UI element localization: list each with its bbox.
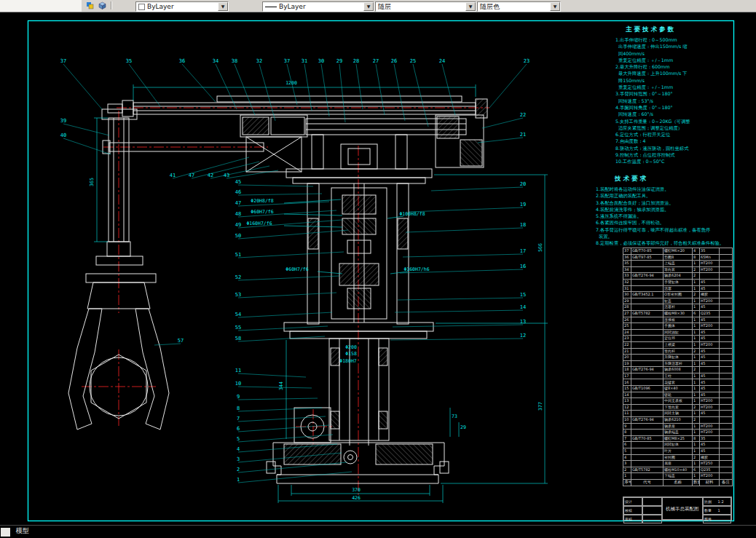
bom-cell: 1: [623, 473, 631, 480]
bom-cell: HT200: [700, 261, 720, 267]
bom-row: 25手腕体1HT200: [623, 323, 733, 330]
callout-leader: [394, 64, 405, 121]
meta-value: 1: [717, 507, 731, 514]
bom-cell: 密封圈: [664, 454, 693, 461]
layer-combo[interactable]: ByLayer ▼: [135, 1, 229, 12]
tech-param-line: 3.手臂回转范围：0°～180°: [615, 90, 733, 97]
chevron-down-icon[interactable]: ▼: [363, 2, 374, 11]
bom-cell: HT200: [700, 430, 720, 436]
bom-cell: 9: [623, 423, 631, 430]
bom-cell: 轴承6008: [664, 367, 693, 373]
callout-number: 25: [410, 58, 416, 64]
bom-cell: GB/T5782: [631, 467, 664, 473]
bom-cell: 橡胶: [700, 454, 720, 461]
bom-cell: [631, 398, 664, 405]
callout-leader: [478, 138, 523, 143]
bom-cell: 1: [693, 373, 700, 379]
bom-cell: 13: [623, 398, 631, 405]
chevron-down-icon[interactable]: ▼: [218, 2, 228, 11]
chevron-down-icon[interactable]: ▼: [465, 2, 476, 11]
3d-view-button[interactable]: [97, 1, 108, 10]
linetype-combo[interactable]: ByLayer ▼: [262, 1, 374, 12]
tech-req-line: 8.定期检查，必须保证各零部件完好，符合相关标准条件检验。: [596, 240, 736, 246]
model-tab[interactable]: 模型: [16, 526, 29, 536]
bom-cell: [720, 279, 733, 285]
bom-row: 10GB/T276-94轴承62102: [623, 417, 733, 424]
signature-label: 设计: [623, 497, 642, 506]
named-views-button[interactable]: [84, 1, 95, 10]
callout-number: 16: [520, 264, 526, 269]
tech-param-line: 回转速度：60°/s: [615, 111, 733, 117]
bom-cell: 1: [693, 329, 700, 336]
dimension-label: 370: [352, 487, 361, 493]
bom-cell: HT200: [700, 298, 720, 304]
bom-cell: 65Mn: [700, 254, 720, 261]
layer-color-swatch: [138, 4, 145, 10]
bom-cell: 28: [623, 304, 631, 311]
bom-row: 2GB/T5782螺栓M10×406Q235: [623, 467, 733, 473]
bom-cell: 37: [623, 248, 631, 255]
callout-leader: [259, 64, 275, 121]
bom-cell: 1: [693, 473, 700, 480]
callout-leader: [63, 124, 109, 135]
meta-label: 图号: [704, 515, 717, 523]
callout-number: 58: [235, 336, 241, 341]
callout-leader: [238, 387, 312, 388]
bom-cell: [700, 417, 720, 424]
callout-number: 27: [373, 58, 379, 64]
bom-cell: [720, 298, 733, 304]
bom-cell: 定位环: [664, 336, 693, 342]
bom-cell: GB/T276-94: [631, 273, 664, 280]
bom-cell: 上横梁: [664, 341, 693, 348]
status-bar: 模型: [0, 525, 756, 538]
bom-cell: 螺钉M8×25: [664, 435, 693, 442]
bom-row: 22上横梁1HT200: [623, 341, 733, 348]
callout-number: 29: [336, 58, 342, 64]
linetype-combo-value: ByLayer: [277, 3, 363, 11]
bom-cell: 3: [623, 461, 631, 467]
bom-row: 33GB/T276-94轴承62042: [623, 273, 733, 280]
bom-cell: [720, 254, 733, 261]
dimension-label: 344: [278, 381, 284, 390]
bom-cell: [631, 442, 664, 448]
bom-table: 37GB/T70-85螺钉M6×2043536GB/T97-85垫圈8865Mn…: [623, 248, 733, 486]
bom-cell: 18: [623, 367, 631, 373]
bom-cell: [631, 448, 664, 455]
drawing-title: 机械手总装配图: [662, 497, 704, 520]
callout-leader: [182, 64, 216, 102]
title-block: 设计 校核 审核 机械手总装配图 比例1:2 数量1 图号: [623, 497, 732, 521]
tech-req-line: 7.各手臂运行得平稳可靠，噪声不得超出标准，备有急停: [596, 226, 736, 233]
bom-cell: 45: [700, 304, 720, 311]
bom-cell: 1: [693, 355, 700, 361]
tech-requirements-block: 技术要求 1.装配时将各运动件注油保证润滑。2.装配用正确的装配工具。3.各配合…: [596, 175, 736, 247]
tech-param-line: 4.手腕回转角度：0°～180°: [615, 104, 733, 111]
bom-cell: [631, 454, 664, 461]
callout-leader: [413, 64, 428, 127]
bom-cell: 下导向套: [664, 404, 693, 411]
dimension-label: 426: [352, 495, 361, 501]
bom-cell: 下端盖: [664, 473, 693, 480]
bom-cell: 手臂缸体: [664, 279, 693, 285]
dimension-label: Φ158: [345, 351, 357, 357]
tech-req-line: 装置。: [596, 233, 736, 240]
callout-number: 26: [391, 58, 397, 64]
bom-cell: [720, 329, 733, 336]
bom-cell: 12: [623, 404, 631, 411]
color-combo[interactable]: 随层 ▼: [375, 1, 476, 12]
bom-cell: [720, 292, 733, 298]
bom-cell: [720, 285, 733, 292]
chevron-down-icon[interactable]: ▼: [550, 2, 560, 11]
bom-cell: 45: [700, 373, 720, 379]
tech-parameters-block: 主要技术参数 1.出手伸缩行程：0～500mm 出手伸缩速度：伸出150mm/s…: [615, 25, 733, 165]
bom-cell: 2: [693, 348, 700, 355]
bom-cell: 20: [623, 355, 631, 361]
bom-cell: 45: [700, 336, 720, 342]
bom-cell: [700, 273, 720, 280]
bom-row: 18GB/T276-94轴承60082: [623, 367, 733, 373]
layer-combo-value: ByLayer: [145, 3, 218, 11]
bom-cell: 2: [693, 417, 700, 424]
lineweight-combo[interactable]: 随层色 ▼: [477, 1, 561, 12]
callout-leader: [398, 298, 523, 300]
bom-header-cell: 代号: [631, 479, 664, 486]
bom-cell: HT200: [700, 341, 720, 348]
